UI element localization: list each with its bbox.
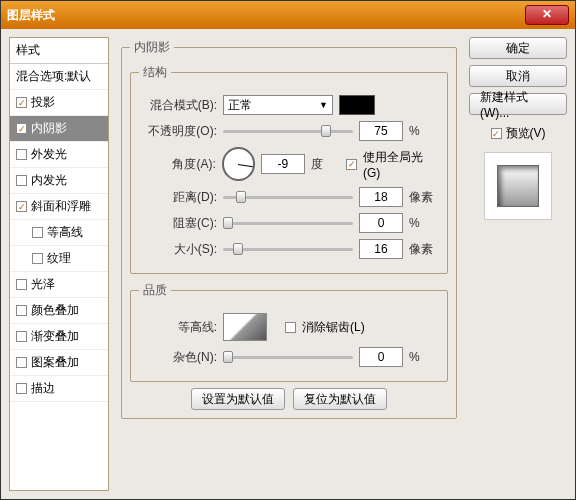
choke-input[interactable]: 0 — [359, 213, 403, 233]
size-label: 大小(S): — [139, 241, 217, 258]
style-checkbox[interactable] — [16, 357, 27, 368]
contour-picker[interactable] — [223, 313, 267, 341]
style-checkbox[interactable] — [16, 149, 27, 160]
angle-unit: 度 — [311, 156, 341, 173]
style-label: 投影 — [31, 94, 55, 111]
style-item-内发光[interactable]: 内发光 — [10, 168, 108, 194]
style-checkbox[interactable] — [16, 279, 27, 290]
angle-dial[interactable] — [222, 147, 256, 181]
structure-legend: 结构 — [139, 64, 171, 81]
reset-default-button[interactable]: 复位为默认值 — [293, 388, 387, 410]
angle-label: 角度(A): — [139, 156, 216, 173]
anti-alias-label: 消除锯齿(L) — [302, 319, 365, 336]
chevron-down-icon: ▼ — [319, 100, 328, 110]
preview-label: 预览(V) — [506, 125, 546, 142]
choke-label: 阻塞(C): — [139, 215, 217, 232]
style-checkbox[interactable] — [16, 383, 27, 394]
set-default-button[interactable]: 设置为默认值 — [191, 388, 285, 410]
use-global-light-checkbox[interactable] — [346, 159, 357, 170]
style-checkbox[interactable] — [32, 253, 43, 264]
style-item-斜面和浮雕[interactable]: 斜面和浮雕 — [10, 194, 108, 220]
cancel-button[interactable]: 取消 — [469, 65, 567, 87]
opacity-slider[interactable] — [223, 124, 353, 138]
style-label: 渐变叠加 — [31, 328, 79, 345]
style-item-图案叠加[interactable]: 图案叠加 — [10, 350, 108, 376]
style-item-等高线[interactable]: 等高线 — [10, 220, 108, 246]
opacity-label: 不透明度(O): — [139, 123, 217, 140]
style-checkbox[interactable] — [16, 97, 27, 108]
style-list-header: 样式 — [10, 38, 108, 64]
ok-button[interactable]: 确定 — [469, 37, 567, 59]
window-title: 图层样式 — [7, 7, 525, 24]
size-slider[interactable] — [223, 242, 353, 256]
right-panel: 确定 取消 新建样式(W)... 预览(V) — [469, 37, 567, 491]
opacity-unit: % — [409, 124, 439, 138]
distance-slider[interactable] — [223, 190, 353, 204]
style-list: 样式 混合选项:默认 投影内阴影外发光内发光斜面和浮雕等高线纹理光泽颜色叠加渐变… — [9, 37, 109, 491]
inner-shadow-panel: 内阴影 结构 混合模式(B): 正常 ▼ 不透明度(O): — [121, 39, 457, 419]
noise-label: 杂色(N): — [139, 349, 217, 366]
dialog-body: 样式 混合选项:默认 投影内阴影外发光内发光斜面和浮雕等高线纹理光泽颜色叠加渐变… — [1, 29, 575, 499]
style-label: 描边 — [31, 380, 55, 397]
style-label: 图案叠加 — [31, 354, 79, 371]
panel-title: 内阴影 — [130, 39, 174, 56]
choke-slider[interactable] — [223, 216, 353, 230]
style-checkbox[interactable] — [16, 201, 27, 212]
style-item-投影[interactable]: 投影 — [10, 90, 108, 116]
style-checkbox[interactable] — [16, 123, 27, 134]
style-label: 内发光 — [31, 172, 67, 189]
style-label: 光泽 — [31, 276, 55, 293]
style-item-颜色叠加[interactable]: 颜色叠加 — [10, 298, 108, 324]
distance-input[interactable]: 18 — [359, 187, 403, 207]
preview-checkbox[interactable] — [491, 128, 502, 139]
layer-style-dialog: 图层样式 ✕ 样式 混合选项:默认 投影内阴影外发光内发光斜面和浮雕等高线纹理光… — [0, 0, 576, 500]
style-label: 斜面和浮雕 — [31, 198, 91, 215]
style-item-光泽[interactable]: 光泽 — [10, 272, 108, 298]
style-label: 内阴影 — [31, 120, 67, 137]
shadow-color-swatch[interactable] — [339, 95, 375, 115]
style-label: 等高线 — [47, 224, 83, 241]
style-label: 外发光 — [31, 146, 67, 163]
angle-input[interactable]: -9 — [261, 154, 304, 174]
titlebar[interactable]: 图层样式 ✕ — [1, 1, 575, 29]
contour-label: 等高线: — [139, 319, 217, 336]
style-item-内阴影[interactable]: 内阴影 — [10, 116, 108, 142]
noise-slider[interactable] — [223, 350, 353, 364]
style-checkbox[interactable] — [16, 305, 27, 316]
blend-options-item[interactable]: 混合选项:默认 — [10, 64, 108, 90]
use-global-light-label: 使用全局光(G) — [363, 149, 439, 180]
anti-alias-checkbox[interactable] — [285, 322, 296, 333]
quality-legend: 品质 — [139, 282, 171, 299]
close-icon: ✕ — [542, 7, 552, 21]
style-checkbox[interactable] — [16, 175, 27, 186]
blend-mode-label: 混合模式(B): — [139, 97, 217, 114]
choke-unit: % — [409, 216, 439, 230]
blend-mode-combo[interactable]: 正常 ▼ — [223, 95, 333, 115]
style-label: 纹理 — [47, 250, 71, 267]
new-style-button[interactable]: 新建样式(W)... — [469, 93, 567, 115]
size-input[interactable]: 16 — [359, 239, 403, 259]
style-label: 颜色叠加 — [31, 302, 79, 319]
style-item-描边[interactable]: 描边 — [10, 376, 108, 402]
close-button[interactable]: ✕ — [525, 5, 569, 25]
center-panel: 内阴影 结构 混合模式(B): 正常 ▼ 不透明度(O): — [117, 37, 461, 491]
preview-inner — [497, 165, 539, 207]
noise-input[interactable]: 0 — [359, 347, 403, 367]
style-checkbox[interactable] — [16, 331, 27, 342]
preview-thumbnail — [484, 152, 552, 220]
structure-group: 结构 混合模式(B): 正常 ▼ 不透明度(O): 75 % — [130, 64, 448, 274]
distance-unit: 像素 — [409, 189, 439, 206]
style-item-外发光[interactable]: 外发光 — [10, 142, 108, 168]
size-unit: 像素 — [409, 241, 439, 258]
noise-unit: % — [409, 350, 439, 364]
opacity-input[interactable]: 75 — [359, 121, 403, 141]
distance-label: 距离(D): — [139, 189, 217, 206]
quality-group: 品质 等高线: 消除锯齿(L) 杂色(N): 0 % — [130, 282, 448, 382]
style-checkbox[interactable] — [32, 227, 43, 238]
style-item-渐变叠加[interactable]: 渐变叠加 — [10, 324, 108, 350]
style-item-纹理[interactable]: 纹理 — [10, 246, 108, 272]
